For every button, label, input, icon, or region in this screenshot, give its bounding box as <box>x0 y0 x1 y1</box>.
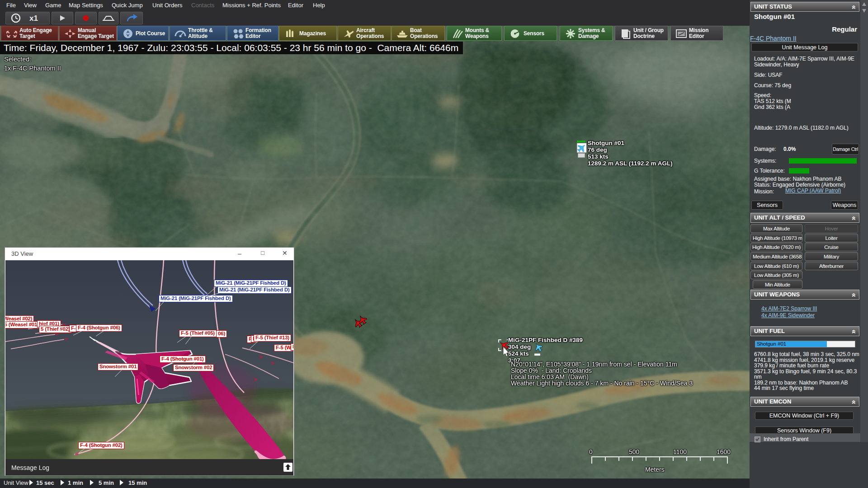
svg-text:x1: x1 <box>29 14 38 23</box>
